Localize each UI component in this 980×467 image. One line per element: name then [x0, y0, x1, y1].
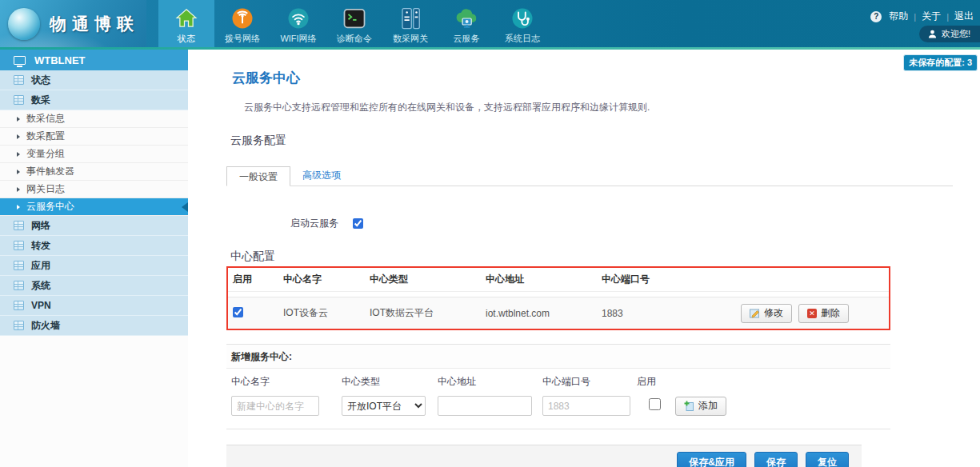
nav-item-cloud-service[interactable]: 云服务 — [438, 0, 494, 47]
cloud-icon — [438, 0, 494, 30]
nav-item-diagnostic-commands[interactable]: 诊断命令 — [326, 0, 382, 47]
label-center-name: 中心名字 — [231, 375, 342, 389]
col-center-address: 中心地址 — [486, 273, 602, 286]
sidebar-subitem-daq-info[interactable]: 数采信息 — [0, 110, 188, 128]
question-icon: ? — [870, 11, 882, 22]
enable-cloud-checkbox[interactable] — [353, 218, 363, 229]
sidebar-subitem-gateway-logs[interactable]: 网关日志 — [0, 181, 188, 198]
sidebar: WTBLNET 状态 数采 数采信息 数采配置 变量分组 事件触发器 网关日志 … — [0, 50, 188, 467]
table-header: 启用 中心名字 中心类型 中心地址 中心端口号 — [228, 268, 889, 292]
label-enable: 启用 — [637, 375, 675, 389]
grid-icon — [14, 301, 24, 310]
top-links: ? 帮助 | 关于 | 退出 — [870, 10, 974, 23]
settings-tabs: 一般设置 高级选项 — [226, 166, 953, 186]
sidebar-device-name[interactable]: WTBLNET — [0, 50, 188, 70]
footer-action-bar: 保存&应用 保存 复位 — [226, 445, 862, 467]
sidebar-item-vpn[interactable]: VPN — [0, 296, 188, 316]
logout-link[interactable]: 退出 — [954, 10, 974, 23]
logo: 物通博联 — [0, 0, 146, 47]
col-center-name: 中心名字 — [283, 273, 370, 286]
section-cloud-config: 云服务配置 — [230, 134, 980, 148]
monitor-icon — [14, 56, 26, 65]
sidebar-item-system[interactable]: 系统 — [0, 276, 188, 296]
logo-globe-icon — [8, 8, 40, 40]
new-center-enable-checkbox[interactable] — [649, 398, 661, 410]
edit-button[interactable]: 修改 — [741, 304, 792, 323]
center-address-input[interactable] — [438, 396, 532, 416]
highlight-annotation: 启用 中心名字 中心类型 中心地址 中心端口号 IOT设备云 IOT数据云平台 … — [226, 266, 890, 330]
welcome-user-pill[interactable]: 欢迎您! — [919, 26, 980, 42]
nav-item-dial-network[interactable]: 拨号网络 — [214, 0, 270, 47]
wifi-icon — [270, 0, 326, 30]
add-button[interactable]: 添加 — [675, 397, 726, 416]
center-name-input[interactable] — [231, 396, 319, 416]
col-center-port: 中心端口号 — [602, 273, 700, 286]
grid-icon — [14, 241, 24, 250]
welcome-text: 欢迎您! — [942, 28, 970, 40]
label-center-type: 中心类型 — [342, 375, 438, 389]
cell-center-name: IOT设备云 — [283, 306, 370, 320]
main-content: 未保存的配置: 3 云服务中心 云服务中心支持远程管理和监控所有的在线网关和设备… — [188, 50, 980, 467]
add-page-icon — [684, 401, 694, 411]
nav-item-system-logs[interactable]: 系统日志 — [494, 0, 550, 47]
label-center-port: 中心端口号 — [542, 375, 637, 389]
sidebar-item-forwarding[interactable]: 转发 — [0, 236, 188, 256]
center-port-input[interactable] — [542, 396, 630, 416]
section-center-config: 中心配置 — [230, 249, 980, 264]
page-description: 云服务中心支持远程管理和监控所有的在线网关和设备，支持远程部署应用程序和边缘计算… — [244, 101, 980, 114]
table-row: IOT设备云 IOT数据云平台 iot.wtblnet.com 1883 修改 … — [228, 297, 889, 329]
grid-icon — [14, 261, 24, 270]
delete-x-icon: ✕ — [807, 309, 817, 318]
top-header: 物通博联 状态 拨号网络 WIFI网络 诊断命令 — [0, 0, 980, 50]
tab-general-settings[interactable]: 一般设置 — [226, 166, 290, 186]
row-enable-checkbox[interactable] — [233, 307, 243, 317]
sidebar-subitem-variable-groups[interactable]: 变量分组 — [0, 146, 188, 163]
nav-item-wifi-network[interactable]: WIFI网络 — [270, 0, 326, 47]
sidebar-item-status[interactable]: 状态 — [0, 70, 188, 90]
arrow-right-icon — [17, 170, 20, 174]
nav-item-status[interactable]: 状态 — [158, 0, 214, 47]
sidebar-subitem-cloud-service-center[interactable]: 云服务中心 — [0, 198, 188, 216]
delete-button[interactable]: ✕ 删除 — [798, 304, 849, 323]
grid-icon — [14, 95, 24, 105]
add-form-labels: 中心名字 中心类型 中心地址 中心端口号 启用 — [226, 369, 890, 394]
center-type-select[interactable]: 开放IOT平台 — [342, 396, 426, 416]
save-button[interactable]: 保存 — [754, 452, 798, 467]
help-link[interactable]: 帮助 — [889, 10, 908, 23]
sidebar-item-data-acquisition[interactable]: 数采 — [0, 90, 188, 110]
unsaved-config-badge[interactable]: 未保存的配置: 3 — [903, 54, 978, 71]
grid-icon — [14, 281, 24, 290]
label-center-address: 中心地址 — [438, 375, 542, 389]
page-title: 云服务中心 — [232, 69, 980, 87]
gateway-icon — [382, 0, 438, 30]
save-apply-button[interactable]: 保存&应用 — [677, 452, 746, 467]
dial-network-icon — [214, 0, 270, 30]
add-form-inputs: 开放IOT平台 添加 — [226, 394, 890, 429]
enable-cloud-label: 启动云服务 — [290, 217, 338, 230]
cell-center-type: IOT数据云平台 — [370, 306, 486, 320]
nav-item-daq-gateway[interactable]: 数采网关 — [382, 0, 438, 47]
arrow-right-icon — [17, 134, 20, 139]
cell-center-port: 1883 — [602, 308, 700, 319]
sidebar-subitem-daq-config[interactable]: 数采配置 — [0, 128, 188, 146]
stethoscope-icon — [494, 0, 550, 30]
home-icon — [158, 0, 214, 30]
terminal-icon — [326, 0, 382, 30]
edit-pencil-icon — [750, 308, 760, 318]
sidebar-item-firewall[interactable]: 防火墙 — [0, 316, 188, 336]
col-enable: 启用 — [233, 273, 283, 286]
sidebar-item-network[interactable]: 网络 — [0, 216, 188, 236]
arrow-right-icon — [17, 187, 20, 192]
cell-center-address: iot.wtblnet.com — [486, 308, 602, 319]
col-center-type: 中心类型 — [370, 273, 486, 286]
sidebar-subitem-event-triggers[interactable]: 事件触发器 — [0, 163, 188, 181]
about-link[interactable]: 关于 — [922, 10, 941, 23]
add-center-title: 新增服务中心: — [226, 345, 890, 369]
logo-text: 物通博联 — [50, 13, 139, 35]
top-nav: 状态 拨号网络 WIFI网络 诊断命令 数采网关 — [158, 0, 550, 47]
grid-icon — [14, 75, 24, 85]
tab-advanced-options[interactable]: 高级选项 — [290, 166, 353, 186]
reset-button[interactable]: 复位 — [806, 452, 849, 467]
sidebar-item-applications[interactable]: 应用 — [0, 256, 188, 276]
user-icon — [928, 30, 937, 38]
